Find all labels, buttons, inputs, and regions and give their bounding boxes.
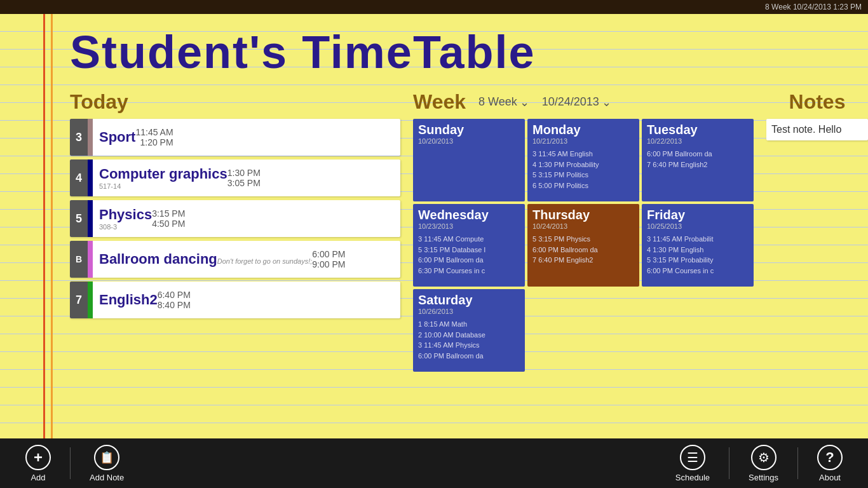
today-item-number: 3 bbox=[70, 119, 88, 156]
today-item-number: 5 bbox=[70, 200, 88, 237]
day-name: Monday bbox=[532, 123, 634, 137]
notes-items-container: Test note. Hello bbox=[766, 119, 868, 140]
notes-label: Notes bbox=[766, 90, 868, 114]
settings-button[interactable]: Settings bbox=[736, 438, 791, 488]
today-item-color-bar bbox=[88, 241, 93, 278]
today-item-number: 4 bbox=[70, 159, 88, 196]
add-button[interactable]: Add bbox=[13, 438, 64, 488]
day-name: Friday bbox=[647, 208, 749, 222]
day-name: Thursday bbox=[532, 208, 634, 222]
day-event: 5 3:15 PM Physics bbox=[532, 234, 634, 245]
day-name: Tuesday bbox=[647, 123, 749, 137]
day-cell-wednesday[interactable]: Wednesday10/23/20133 11:45 AM Compute5 3… bbox=[413, 204, 525, 287]
today-item[interactable]: 5Physics308-33:15 PM4:50 PM bbox=[70, 200, 400, 237]
day-cell-tuesday[interactable]: Tuesday10/22/20136:00 PM Ballroom da7 6:… bbox=[642, 119, 754, 201]
day-name: Sunday bbox=[418, 123, 520, 137]
day-event: 6:30 PM Courses in c bbox=[418, 266, 520, 276]
day-event: 6:00 PM Ballroom da bbox=[418, 255, 520, 266]
day-date: 10/23/2013 bbox=[418, 222, 520, 230]
main-content: Today 3Sport11:45 AM1:20 PM4Computer gra… bbox=[0, 90, 868, 438]
date-selector-value: 10/24/2013 bbox=[542, 95, 599, 109]
add-note-button[interactable]: Add Note bbox=[77, 438, 137, 488]
add-icon bbox=[25, 445, 51, 470]
day-event: 4 1:30 PM Probability bbox=[532, 159, 634, 170]
today-item-number: 7 bbox=[70, 281, 88, 318]
day-event: 3 11:45 AM English bbox=[532, 149, 634, 159]
about-button[interactable]: About bbox=[804, 438, 855, 488]
today-item[interactable]: 7English26:40 PM8:40 PM bbox=[70, 281, 400, 318]
week-section: Week 8 Week ⌄ 10/24/2013 ⌄ Sunday10/20/2… bbox=[413, 90, 754, 438]
app-title: Student's TimeTable bbox=[70, 26, 536, 78]
today-item-times: 6:40 PM8:40 PM bbox=[158, 290, 191, 310]
today-item-name: Sport bbox=[99, 129, 135, 146]
day-event: 6:00 PM Ballroom da bbox=[532, 245, 634, 255]
day-cell-thursday[interactable]: Thursday10/24/20135 3:15 PM Physics6:00 … bbox=[527, 204, 639, 287]
day-event: 1 8:15 AM Math bbox=[418, 319, 520, 330]
today-section: Today 3Sport11:45 AM1:20 PM4Computer gra… bbox=[70, 90, 400, 438]
today-item-body: Computer graphics517-141:30 PM3:05 PM bbox=[93, 159, 400, 196]
today-item-body: Sport11:45 AM1:20 PM bbox=[93, 119, 400, 156]
day-date: 10/20/2013 bbox=[418, 137, 520, 145]
add-note-label: Add Note bbox=[90, 473, 124, 482]
settings-icon bbox=[751, 445, 776, 470]
week-label: Week bbox=[413, 90, 466, 114]
day-cell-saturday[interactable]: Saturday10/26/20131 8:15 AM Math2 10:00 … bbox=[413, 289, 525, 372]
week-selector[interactable]: 8 Week ⌄ bbox=[478, 95, 529, 109]
today-item-times: 6:00 PM9:00 PM bbox=[312, 249, 345, 269]
day-cell-friday[interactable]: Friday10/25/20133 11:45 AM Probabilit4 1… bbox=[642, 204, 754, 287]
schedule-button[interactable]: Schedule bbox=[663, 438, 722, 488]
day-event: 5 3:15 PM Politics bbox=[532, 170, 634, 180]
today-item-name: Ballroom dancingDon't forget to go on su… bbox=[99, 251, 312, 268]
day-date: 10/26/2013 bbox=[418, 308, 520, 315]
day-cell-monday[interactable]: Monday10/21/20133 11:45 AM English4 1:30… bbox=[527, 119, 639, 201]
week-dropdown-icon: ⌄ bbox=[520, 95, 529, 109]
day-name: Wednesday bbox=[418, 208, 520, 222]
today-item-body: English26:40 PM8:40 PM bbox=[93, 281, 400, 318]
day-event: 6:00 PM Courses in c bbox=[647, 266, 749, 276]
day-event: 7 6:40 PM English2 bbox=[532, 255, 634, 266]
divider-2 bbox=[729, 447, 729, 479]
date-dropdown-icon: ⌄ bbox=[602, 95, 611, 109]
day-date: 10/22/2013 bbox=[647, 137, 749, 145]
about-label: About bbox=[819, 473, 841, 482]
today-item-color-bar bbox=[88, 200, 93, 237]
today-item-times: 11:45 AM1:20 PM bbox=[135, 127, 173, 147]
today-item-color-bar bbox=[88, 119, 93, 156]
day-event: 3 11:45 AM Probabilit bbox=[647, 234, 749, 245]
today-item-color-bar bbox=[88, 159, 93, 196]
datetime: 8 Week 10/24/2013 1:23 PM bbox=[765, 3, 862, 11]
day-event: 5 3:15 PM Database I bbox=[418, 245, 520, 255]
schedule-label: Schedule bbox=[675, 473, 710, 482]
day-event: 6:00 PM Ballroom da bbox=[418, 351, 520, 362]
note-card[interactable]: Test note. Hello bbox=[766, 119, 868, 140]
about-icon bbox=[817, 445, 843, 470]
day-event: 3 11:45 AM Compute bbox=[418, 234, 520, 245]
today-item-body: Ballroom dancingDon't forget to go on su… bbox=[93, 241, 400, 278]
day-date: 10/21/2013 bbox=[532, 137, 634, 145]
date-selector[interactable]: 10/24/2013 ⌄ bbox=[542, 95, 611, 109]
add-label: Add bbox=[31, 473, 45, 482]
divider-3 bbox=[797, 447, 798, 479]
notebook: Student's TimeTable Today 3Sport11:45 AM… bbox=[0, 14, 868, 438]
day-event: 6:00 PM Ballroom da bbox=[647, 149, 749, 159]
today-items-container: 3Sport11:45 AM1:20 PM4Computer graphics5… bbox=[70, 119, 400, 318]
today-item-color-bar bbox=[88, 281, 93, 318]
today-item-name: English2 bbox=[99, 292, 158, 308]
day-event: 4 1:30 PM English bbox=[647, 245, 749, 255]
settings-label: Settings bbox=[749, 473, 778, 482]
top-bar: 8 Week 10/24/2013 1:23 PM bbox=[0, 0, 868, 14]
day-cell-sunday[interactable]: Sunday10/20/2013 bbox=[413, 119, 525, 201]
schedule-icon bbox=[680, 445, 705, 470]
today-item-times: 3:15 PM4:50 PM bbox=[152, 208, 185, 229]
day-event: 3 11:45 AM Physics bbox=[418, 340, 520, 351]
day-name: Saturday bbox=[418, 293, 520, 308]
add-note-icon bbox=[94, 445, 119, 470]
week-grid: Sunday10/20/2013Monday10/21/20133 11:45 … bbox=[413, 119, 754, 372]
today-item[interactable]: 3Sport11:45 AM1:20 PM bbox=[70, 119, 400, 156]
today-item-times: 1:30 PM3:05 PM bbox=[227, 168, 261, 188]
today-item[interactable]: BBallroom dancingDon't forget to go on s… bbox=[70, 241, 400, 278]
today-item[interactable]: 4Computer graphics517-141:30 PM3:05 PM bbox=[70, 159, 400, 196]
day-date: 10/24/2013 bbox=[532, 222, 634, 230]
bottom-bar: Add Add Note Schedule Settings About bbox=[0, 438, 868, 488]
header: Student's TimeTable bbox=[0, 14, 868, 90]
